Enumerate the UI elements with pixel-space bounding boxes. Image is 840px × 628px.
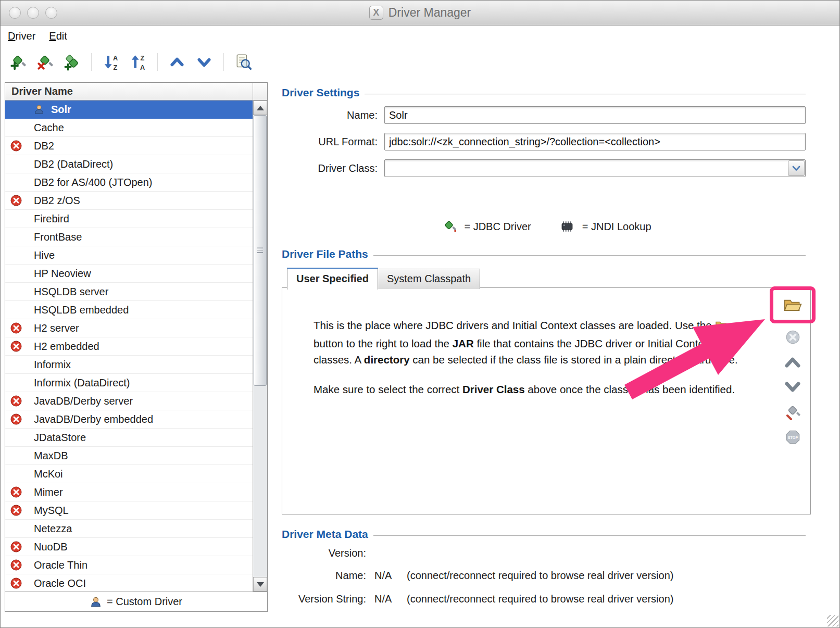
search-button[interactable] bbox=[232, 51, 254, 73]
list-item[interactable]: Informix bbox=[5, 356, 253, 374]
meta-version-string-row: Version String: N/A (connect/reconnect r… bbox=[282, 593, 673, 605]
list-item[interactable]: MaxDB bbox=[5, 447, 253, 465]
list-item[interactable]: DB2 (DataDirect) bbox=[5, 155, 253, 173]
tab-user-specified[interactable]: User Specified bbox=[287, 268, 378, 290]
name-input[interactable] bbox=[384, 106, 806, 124]
file-paths-text: This is the place where JDBC drivers and… bbox=[314, 317, 738, 397]
driver-name-label: DB2 z/OS bbox=[34, 195, 80, 207]
list-item[interactable]: Oracle Thin bbox=[5, 556, 253, 574]
toolbar-separator bbox=[223, 53, 224, 71]
driver-class-input[interactable] bbox=[384, 159, 806, 177]
move-entry-up-button[interactable] bbox=[782, 351, 803, 372]
open-folder-icon bbox=[783, 296, 803, 313]
list-item[interactable]: DB2 z/OS bbox=[5, 192, 253, 210]
list-item[interactable]: Mimer bbox=[5, 483, 253, 501]
scrollbar-thumb[interactable] bbox=[254, 115, 267, 386]
text: can be selected if the class file is sto… bbox=[410, 354, 738, 366]
scroll-up-icon bbox=[257, 106, 264, 110]
tab-system-classpath[interactable]: System Classpath bbox=[378, 269, 480, 289]
error-icon bbox=[10, 505, 22, 516]
resize-grip[interactable] bbox=[827, 615, 838, 626]
driver-name-label: MaxDB bbox=[34, 450, 68, 462]
scroll-up-button[interactable] bbox=[253, 101, 267, 115]
list-item[interactable]: HP Neoview bbox=[5, 265, 253, 283]
jndi-lookup-legend-text: = JNDI Lookup bbox=[582, 221, 651, 233]
list-item[interactable]: FrontBase bbox=[5, 228, 253, 246]
list-item[interactable]: Solr bbox=[5, 101, 253, 119]
list-item[interactable]: JDataStore bbox=[5, 429, 253, 447]
folder-icon bbox=[714, 319, 729, 335]
list-item[interactable]: Netezza bbox=[5, 520, 253, 538]
list-item[interactable]: DB2 for AS/400 (JTOpen) bbox=[5, 173, 253, 192]
error-icon bbox=[10, 322, 22, 334]
move-entry-down-button[interactable] bbox=[782, 376, 803, 397]
scrollbar-grip-icon bbox=[257, 248, 263, 254]
list-item[interactable]: HSQLDB server bbox=[5, 283, 253, 301]
file-paths-buttons: STOP bbox=[779, 294, 806, 447]
error-icon bbox=[10, 413, 22, 425]
list-item[interactable]: H2 server bbox=[5, 319, 253, 337]
svg-text:Z: Z bbox=[141, 54, 145, 62]
list-item[interactable]: Cache bbox=[5, 119, 253, 137]
menu-driver[interactable]: Driver bbox=[8, 30, 35, 42]
scan-driver-icon bbox=[784, 404, 801, 420]
open-folder-button[interactable] bbox=[782, 294, 803, 315]
error-icon bbox=[10, 486, 22, 498]
driver-name-label: McKoi bbox=[34, 468, 63, 480]
driver-meta-data-title: Driver Meta Data bbox=[282, 528, 368, 541]
copy-driver-button[interactable] bbox=[61, 51, 83, 73]
list-item[interactable]: Oracle OCI bbox=[5, 574, 253, 592]
driver-class-row: Driver Class: bbox=[282, 159, 806, 177]
list-item[interactable]: DB2 bbox=[5, 137, 253, 155]
list-item[interactable]: JavaDB/Derby embedded bbox=[5, 410, 253, 429]
list-scrollbar[interactable] bbox=[253, 101, 267, 592]
stop-icon: STOP bbox=[785, 429, 801, 445]
list-item[interactable]: HSQLDB embedded bbox=[5, 301, 253, 319]
svg-text:STOP: STOP bbox=[787, 435, 798, 439]
meta-name-note: (connect/reconnect required to browse re… bbox=[407, 570, 673, 582]
version-string-value: N/A bbox=[374, 593, 399, 605]
jndi-chip-icon bbox=[559, 220, 575, 233]
window-title-area: X Driver Manager bbox=[1, 1, 839, 25]
file-paths-content: This is the place where JDBC drivers and… bbox=[282, 287, 811, 514]
driver-settings-title: Driver Settings bbox=[282, 86, 359, 99]
new-driver-button[interactable] bbox=[7, 51, 29, 73]
list-item[interactable]: Firebird bbox=[5, 210, 253, 228]
delete-driver-button[interactable] bbox=[34, 51, 56, 73]
move-up-button[interactable] bbox=[166, 51, 188, 73]
driver-class-dropdown-button[interactable] bbox=[788, 160, 805, 176]
driver-name-label: HSQLDB embedded bbox=[34, 304, 129, 316]
sort-az-icon: A Z bbox=[102, 53, 120, 71]
toolbar-separator bbox=[157, 53, 158, 71]
driver-name-label: DB2 (DataDirect) bbox=[34, 158, 113, 170]
custom-driver-icon bbox=[90, 596, 102, 608]
list-item[interactable]: MySQL bbox=[5, 501, 253, 520]
menu-edit[interactable]: Edit bbox=[49, 30, 67, 42]
move-down-button[interactable] bbox=[193, 51, 215, 73]
remove-entry-button[interactable] bbox=[782, 326, 803, 347]
scroll-down-button[interactable] bbox=[253, 577, 267, 592]
driver-name-label: JavaDB/Derby server bbox=[34, 395, 133, 407]
version-label: Version: bbox=[282, 547, 366, 559]
list-item[interactable]: Informix (DataDirect) bbox=[5, 374, 253, 392]
file-paths-tabs: User Specified System Classpath bbox=[287, 268, 480, 289]
sort-ascending-button[interactable]: Z A bbox=[127, 51, 149, 73]
driver-name-label: JDataStore bbox=[34, 432, 86, 444]
custom-driver-legend: = Custom Driver bbox=[5, 592, 267, 611]
driver-name-label: Mimer bbox=[34, 486, 63, 498]
custom-driver-icon bbox=[34, 104, 44, 115]
header-corner bbox=[253, 83, 267, 100]
url-format-input[interactable] bbox=[384, 133, 806, 150]
stop-button[interactable]: STOP bbox=[782, 426, 803, 447]
list-item[interactable]: H2 embedded bbox=[5, 337, 253, 356]
menubar: Driver Edit bbox=[1, 26, 839, 46]
help-paragraph: This is the place where JDBC drivers and… bbox=[314, 317, 738, 368]
scan-driver-button[interactable] bbox=[782, 401, 803, 422]
list-item[interactable]: NuoDB bbox=[5, 538, 253, 556]
list-item[interactable]: JavaDB/Derby server bbox=[5, 392, 253, 410]
list-item[interactable]: Hive bbox=[5, 246, 253, 265]
list-item[interactable]: McKoi bbox=[5, 465, 253, 483]
sort-descending-button[interactable]: A Z bbox=[100, 51, 122, 73]
delete-driver-icon bbox=[36, 53, 54, 71]
new-driver-icon bbox=[9, 53, 27, 71]
